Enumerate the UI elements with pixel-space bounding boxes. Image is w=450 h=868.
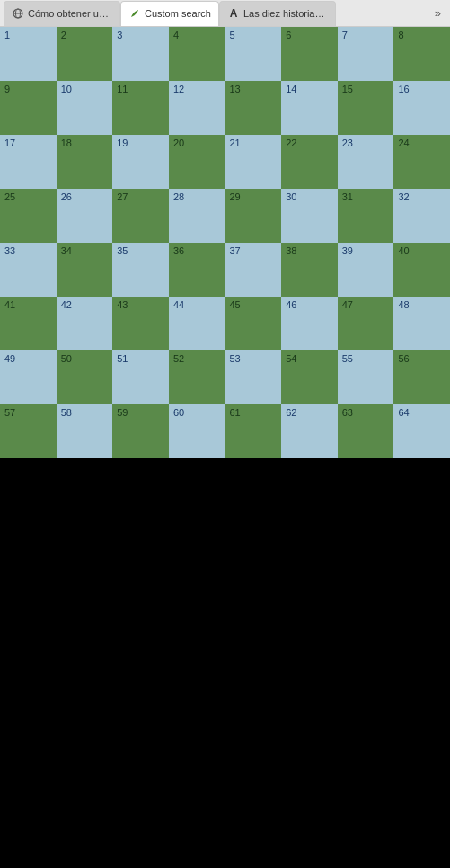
tab-2[interactable]: Custom search — [120, 1, 219, 26]
cell-50: 50 — [57, 350, 113, 404]
cell-number-16: 16 — [398, 84, 409, 94]
cell-number-41: 41 — [4, 299, 15, 310]
cell-23: 23 — [338, 135, 394, 189]
cell-29: 29 — [225, 189, 282, 243]
cell-8: 8 — [393, 27, 450, 81]
cell-number-28: 28 — [173, 191, 184, 202]
cell-49: 49 — [0, 350, 57, 404]
cell-55: 55 — [338, 350, 394, 404]
cell-16: 16 — [393, 81, 450, 135]
cell-40: 40 — [393, 243, 450, 297]
cell-number-33: 33 — [4, 245, 15, 256]
tab-1[interactable]: Cómo obtener un n... — [4, 1, 120, 26]
cell-31: 31 — [338, 189, 394, 243]
cell-41: 41 — [0, 297, 57, 350]
cell-number-25: 25 — [4, 191, 15, 202]
cell-number-60: 60 — [173, 407, 184, 418]
cell-number-5: 5 — [230, 30, 235, 40]
cell-number-63: 63 — [342, 407, 353, 418]
cell-60: 60 — [169, 404, 225, 458]
tab-bar: Cómo obtener un n... Custom search A Las… — [0, 0, 450, 27]
cell-12: 12 — [169, 81, 225, 135]
cell-number-50: 50 — [61, 353, 72, 364]
cell-number-26: 26 — [61, 191, 72, 202]
cell-number-44: 44 — [173, 299, 184, 310]
cell-number-11: 11 — [117, 84, 128, 94]
cell-44: 44 — [169, 297, 225, 350]
cell-38: 38 — [281, 243, 338, 297]
cell-4: 4 — [169, 27, 225, 81]
cell-number-31: 31 — [342, 191, 353, 202]
cell-number-2: 2 — [61, 30, 66, 40]
cell-62: 62 — [281, 404, 338, 458]
cell-26: 26 — [57, 189, 113, 243]
cell-number-46: 46 — [286, 299, 296, 310]
cell-33: 33 — [0, 243, 57, 297]
more-tabs-button[interactable]: » — [429, 6, 446, 20]
cell-number-42: 42 — [61, 299, 72, 310]
cell-43: 43 — [112, 297, 169, 350]
cell-36: 36 — [169, 243, 225, 297]
cell-number-24: 24 — [398, 137, 409, 148]
cell-number-64: 64 — [398, 407, 409, 418]
cell-number-59: 59 — [117, 407, 128, 418]
cell-63: 63 — [338, 404, 394, 458]
cell-30: 30 — [281, 189, 338, 243]
cell-number-14: 14 — [286, 84, 296, 94]
cell-14: 14 — [281, 81, 338, 135]
cell-21: 21 — [225, 135, 282, 189]
cell-number-20: 20 — [173, 137, 184, 148]
cell-number-45: 45 — [230, 299, 241, 310]
cell-45: 45 — [225, 297, 282, 350]
cell-number-52: 52 — [173, 353, 184, 364]
cell-number-23: 23 — [342, 137, 353, 148]
cell-number-62: 62 — [286, 407, 296, 418]
cell-6: 6 — [281, 27, 338, 81]
cell-11: 11 — [112, 81, 169, 135]
cell-32: 32 — [393, 189, 450, 243]
checkerboard: 1234567891011121314151617181920212223242… — [0, 27, 450, 458]
cell-number-21: 21 — [230, 137, 241, 148]
cell-48: 48 — [393, 297, 450, 350]
cell-number-38: 38 — [286, 245, 296, 256]
cell-2: 2 — [57, 27, 113, 81]
cell-5: 5 — [225, 27, 282, 81]
cell-number-55: 55 — [342, 353, 353, 364]
tab-2-label: Custom search — [145, 8, 211, 19]
cell-number-57: 57 — [4, 407, 15, 418]
cell-number-9: 9 — [4, 84, 10, 94]
cell-number-27: 27 — [117, 191, 128, 202]
cell-number-30: 30 — [286, 191, 296, 202]
cell-number-58: 58 — [61, 407, 72, 418]
cell-57: 57 — [0, 404, 57, 458]
tab-1-label: Cómo obtener un n... — [28, 8, 112, 19]
cell-number-6: 6 — [286, 30, 291, 40]
cell-10: 10 — [57, 81, 113, 135]
cell-number-12: 12 — [173, 84, 184, 94]
cell-number-13: 13 — [230, 84, 241, 94]
cell-58: 58 — [57, 404, 113, 458]
cell-number-37: 37 — [230, 245, 241, 256]
globe-icon — [12, 7, 24, 20]
cell-number-22: 22 — [286, 137, 296, 148]
cell-number-8: 8 — [398, 30, 403, 40]
cell-number-17: 17 — [4, 137, 15, 148]
cell-17: 17 — [0, 135, 57, 189]
cell-number-36: 36 — [173, 245, 184, 256]
tab-3-label: Las diez historias d... — [243, 8, 328, 19]
cell-3: 3 — [112, 27, 169, 81]
cell-52: 52 — [169, 350, 225, 404]
tab-3[interactable]: A Las diez historias d... — [219, 1, 336, 26]
cell-number-29: 29 — [230, 191, 241, 202]
cell-28: 28 — [169, 189, 225, 243]
cell-number-4: 4 — [173, 30, 179, 40]
cell-number-48: 48 — [398, 299, 409, 310]
cell-64: 64 — [393, 404, 450, 458]
cell-20: 20 — [169, 135, 225, 189]
cell-number-56: 56 — [398, 353, 409, 364]
cell-number-53: 53 — [230, 353, 241, 364]
cell-number-10: 10 — [61, 84, 72, 94]
cell-number-34: 34 — [61, 245, 72, 256]
cell-number-54: 54 — [286, 353, 296, 364]
cell-61: 61 — [225, 404, 282, 458]
